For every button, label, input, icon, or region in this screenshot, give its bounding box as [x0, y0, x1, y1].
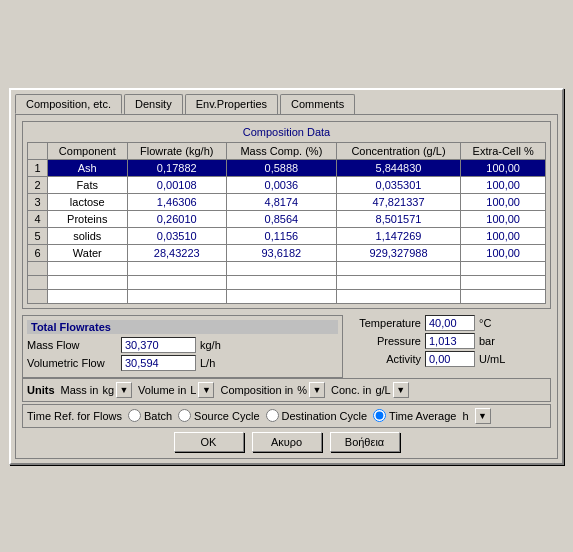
row-number: 4 [28, 210, 48, 227]
pressure-row: Pressure bar [351, 333, 551, 349]
radio-source-label: Source Cycle [194, 410, 259, 422]
radio-batch: Batch [128, 409, 172, 422]
tab-composition[interactable]: Composition, etc. [15, 94, 122, 114]
table-row[interactable]: 6Water28,4322393,6182929,327988100,00 [28, 244, 546, 261]
activity-unit: U/mL [479, 353, 505, 365]
cell-massComp: 0,1156 [226, 227, 336, 244]
timeref-label: Time Ref. for Flows [27, 410, 122, 422]
volumetric-flow-unit: L/h [200, 357, 215, 369]
mass-in-label: Mass in [61, 384, 99, 396]
help-button[interactable]: Βοήθεια [330, 432, 400, 452]
temperature-input[interactable] [425, 315, 475, 331]
table-row[interactable]: 5solids0,035100,11561,147269100,00 [28, 227, 546, 244]
radio-timeavg: Time Average [373, 409, 456, 422]
cell-flowrate: 0,03510 [127, 227, 226, 244]
cell-flowrate: 0,00108 [127, 176, 226, 193]
cell-concentration: 47,821337 [336, 193, 461, 210]
col-header-concentration: Concentration (g/L) [336, 142, 461, 159]
row-number: 1 [28, 159, 48, 176]
volume-in-dropdown[interactable]: ▼ [198, 382, 214, 398]
mass-in-dropdown[interactable]: ▼ [116, 382, 132, 398]
radio-batch-input[interactable] [128, 409, 141, 422]
flowrates-title: Total Flowrates [27, 320, 338, 334]
bottom-section: Total Flowrates Mass Flow kg/h Volumetri… [22, 315, 551, 428]
composition-in-dropdown[interactable]: ▼ [309, 382, 325, 398]
radio-dest: Destination Cycle [266, 409, 368, 422]
table-row[interactable]: 4Proteins0,260100,85648,501571100,00 [28, 210, 546, 227]
table-row[interactable]: 2Fats0,001080,00360,035301100,00 [28, 176, 546, 193]
content-area: Composition Data Component Flowrate (kg/… [15, 114, 558, 459]
col-header-extracell: Extra-Cell % [461, 142, 546, 159]
radio-source-input[interactable] [178, 409, 191, 422]
volume-in-label: Volume in [138, 384, 186, 396]
composition-in-group: Composition in % ▼ [220, 382, 325, 398]
radio-timeavg-input[interactable] [373, 409, 386, 422]
col-header-num [28, 142, 48, 159]
temperature-unit: °C [479, 317, 491, 329]
mass-flow-input[interactable] [121, 337, 196, 353]
pressure-label: Pressure [351, 335, 421, 347]
cell-component: Water [48, 244, 128, 261]
conc-in-group: Conc. in g/L ▼ [331, 382, 409, 398]
radio-dest-input[interactable] [266, 409, 279, 422]
mass-flow-label: Mass Flow [27, 339, 117, 351]
volumetric-flow-label: Volumetric Flow [27, 357, 117, 369]
row-number: 5 [28, 227, 48, 244]
table-row[interactable]: 1Ash0,178820,58885,844830100,00 [28, 159, 546, 176]
cell-component: Fats [48, 176, 128, 193]
temperature-row: Temperature °C [351, 315, 551, 331]
flowrates-container: Total Flowrates Mass Flow kg/h Volumetri… [22, 315, 551, 378]
cell-flowrate: 28,43223 [127, 244, 226, 261]
timeref-dropdown[interactable]: ▼ [475, 408, 491, 424]
cell-component: Proteins [48, 210, 128, 227]
table-row-empty [28, 289, 546, 303]
composition-in-label: Composition in [220, 384, 293, 396]
mass-in-group: Mass in kg ▼ [61, 382, 133, 398]
tab-bar: Composition, etc. Density Env.Properties… [15, 94, 558, 114]
activity-input[interactable] [425, 351, 475, 367]
table-row[interactable]: 3lactose1,463064,817447,821337100,00 [28, 193, 546, 210]
volumetric-flow-input[interactable] [121, 355, 196, 371]
cell-massComp: 0,8564 [226, 210, 336, 227]
cell-flowrate: 0,26010 [127, 210, 226, 227]
cell-massComp: 4,8174 [226, 193, 336, 210]
row-number: 6 [28, 244, 48, 261]
table-row-empty [28, 275, 546, 289]
flowrates-box: Total Flowrates Mass Flow kg/h Volumetri… [22, 315, 343, 378]
main-window: Composition, etc. Density Env.Properties… [9, 88, 564, 465]
activity-label: Activity [351, 353, 421, 365]
radio-dest-label: Destination Cycle [282, 410, 368, 422]
radio-source: Source Cycle [178, 409, 259, 422]
ok-button[interactable]: OK [174, 432, 244, 452]
temperature-label: Temperature [351, 317, 421, 329]
radio-timeavg-label: Time Average [389, 410, 456, 422]
pressure-input[interactable] [425, 333, 475, 349]
units-label: Units [27, 384, 55, 396]
timeref-unit: h [462, 410, 468, 422]
composition-panel: Composition Data Component Flowrate (kg/… [22, 121, 551, 309]
volumetric-flow-row: Volumetric Flow L/h [27, 355, 338, 371]
radio-batch-label: Batch [144, 410, 172, 422]
pressure-unit: bar [479, 335, 495, 347]
mass-flow-row: Mass Flow kg/h [27, 337, 338, 353]
cell-massComp: 93,6182 [226, 244, 336, 261]
tab-env-properties[interactable]: Env.Properties [185, 94, 278, 114]
col-header-masscomp: Mass Comp. (%) [226, 142, 336, 159]
table-row-empty [28, 261, 546, 275]
conc-in-dropdown[interactable]: ▼ [393, 382, 409, 398]
composition-title: Composition Data [27, 126, 546, 138]
conc-in-value: g/L [375, 384, 390, 396]
col-header-component: Component [48, 142, 128, 159]
tab-comments[interactable]: Comments [280, 94, 355, 114]
cell-component: lactose [48, 193, 128, 210]
tab-density[interactable]: Density [124, 94, 183, 114]
cancel-button[interactable]: Ακυρο [252, 432, 322, 452]
cell-extraCell: 100,00 [461, 227, 546, 244]
row-number: 3 [28, 193, 48, 210]
cell-concentration: 0,035301 [336, 176, 461, 193]
conc-in-label: Conc. in [331, 384, 371, 396]
cell-flowrate: 1,46306 [127, 193, 226, 210]
cell-extraCell: 100,00 [461, 210, 546, 227]
cell-component: solids [48, 227, 128, 244]
conditions-box: Temperature °C Pressure bar Activity U/m… [351, 315, 551, 378]
